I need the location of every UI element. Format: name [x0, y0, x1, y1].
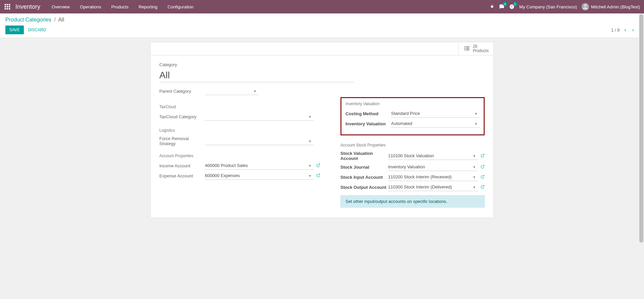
pager-next-icon[interactable]: ›	[631, 26, 635, 34]
list-icon	[464, 45, 470, 53]
form-sheet: 28 Products Category Parent Category ▼ T…	[150, 42, 494, 218]
svg-line-15	[318, 164, 320, 166]
stock-output-select[interactable]	[388, 183, 478, 191]
svg-line-17	[482, 154, 484, 156]
stock-input-select[interactable]	[388, 173, 478, 181]
income-account-label: Income Account	[159, 163, 205, 168]
svg-rect-5	[9, 6, 10, 7]
pager-text[interactable]: 1 / 9	[611, 28, 620, 33]
info-box: Set other input/output accounts on speci…	[340, 195, 485, 208]
debug-icon[interactable]	[490, 4, 494, 9]
svg-rect-13	[466, 48, 469, 49]
save-button[interactable]: SAVE	[5, 26, 24, 34]
income-account-select[interactable]	[205, 162, 314, 170]
menu-operations[interactable]: Operations	[75, 2, 106, 12]
navbar-right: 4 1 My Company (San Francisco) Mitchell …	[490, 3, 640, 10]
stat-count: 28	[473, 44, 477, 49]
parent-category-label: Parent Category	[159, 89, 205, 94]
svg-line-19	[482, 175, 484, 177]
action-row: SAVE DISCARD 1 / 9 ‹ ›	[5, 26, 639, 38]
expense-account-select[interactable]	[205, 172, 314, 180]
parent-category-select[interactable]	[205, 87, 259, 95]
activity-badge: 1	[513, 2, 517, 6]
account-stock-title: Account Stock Properties	[340, 143, 485, 147]
external-link-icon[interactable]	[316, 163, 320, 168]
svg-rect-1	[7, 4, 8, 5]
menu-configuration[interactable]: Configuration	[163, 2, 198, 12]
svg-rect-6	[5, 8, 6, 9]
income-account-row: Income Account ▼	[159, 162, 320, 170]
external-link-icon[interactable]	[481, 154, 485, 159]
user-name: Mitchell Admin (BlogTest)	[591, 4, 640, 9]
breadcrumb-root[interactable]: Product Categories	[5, 17, 51, 23]
external-link-icon[interactable]	[481, 175, 485, 180]
messages-icon[interactable]: 4	[499, 4, 504, 9]
menu-overview[interactable]: Overview	[47, 2, 74, 12]
svg-rect-11	[464, 49, 465, 50]
taxcloud-category-select[interactable]	[205, 113, 314, 121]
control-panel: Product Categories / All SAVE DISCARD 1 …	[0, 13, 644, 38]
stock-journal-select[interactable]	[388, 163, 478, 171]
stock-output-label: Stock Output Account	[340, 185, 388, 190]
costing-method-row: Costing Method ▼	[345, 110, 480, 118]
svg-rect-7	[7, 8, 8, 9]
taxcloud-section-title: TaxCloud	[159, 104, 320, 109]
svg-rect-10	[464, 48, 465, 49]
external-link-icon[interactable]	[481, 165, 485, 170]
external-link-icon[interactable]	[481, 185, 485, 190]
svg-line-20	[482, 185, 484, 187]
top-navbar: Inventory Overview Operations Products R…	[0, 0, 644, 13]
logistics-section-title: Logistics	[159, 128, 320, 133]
svg-line-16	[318, 174, 320, 176]
svg-rect-12	[466, 46, 469, 47]
taxcloud-category-label: TaxCloud Category	[159, 114, 205, 119]
force-removal-label: Force Removal Strategy	[159, 136, 205, 146]
scrollbar[interactable]	[639, 13, 644, 299]
avatar-icon	[582, 3, 589, 10]
expense-account-row: Expense Account ▼	[159, 172, 320, 180]
apps-icon[interactable]	[4, 3, 11, 10]
products-stat-button[interactable]: 28 Products	[459, 42, 493, 55]
category-label: Category	[159, 62, 485, 67]
svg-rect-0	[5, 4, 6, 5]
breadcrumb: Product Categories / All	[5, 17, 639, 23]
expense-account-label: Expense Account	[159, 173, 205, 178]
discard-button[interactable]: DISCARD	[24, 26, 50, 34]
company-switcher[interactable]: My Company (San Francisco)	[519, 4, 577, 9]
app-name[interactable]: Inventory	[15, 3, 40, 10]
main-menu: Overview Operations Products Reporting C…	[47, 2, 198, 12]
account-props-title: Account Properties	[159, 154, 320, 158]
inventory-valuation-label: Inventory Valuation	[345, 121, 391, 126]
messages-badge: 4	[503, 2, 507, 6]
svg-rect-9	[464, 46, 465, 47]
stat-bar: 28 Products	[151, 42, 493, 55]
stock-input-row: Stock Input Account ▼	[340, 173, 485, 181]
stock-valuation-select[interactable]	[388, 152, 478, 160]
svg-line-18	[482, 165, 484, 167]
force-removal-row: Force Removal Strategy ▼	[159, 136, 320, 146]
stock-input-label: Stock Input Account	[340, 175, 388, 180]
svg-rect-4	[7, 6, 8, 7]
activity-icon[interactable]: 1	[509, 4, 515, 9]
user-menu[interactable]: Mitchell Admin (BlogTest)	[582, 3, 640, 10]
svg-rect-3	[5, 6, 6, 7]
svg-rect-8	[9, 8, 10, 9]
menu-products[interactable]: Products	[107, 2, 133, 12]
external-link-icon[interactable]	[316, 173, 320, 178]
inventory-valuation-highlight: Inventory Valuation Costing Method ▼ Inv…	[340, 97, 485, 135]
pager-prev-icon[interactable]: ‹	[623, 26, 627, 34]
pager: 1 / 9 ‹ ›	[611, 26, 639, 34]
form-body: Category Parent Category ▼ TaxCloud TaxC…	[151, 55, 493, 218]
svg-rect-14	[466, 49, 469, 50]
costing-method-select[interactable]	[391, 110, 480, 118]
stat-text: 28 Products	[473, 44, 489, 53]
inventory-valuation-select[interactable]	[391, 120, 480, 128]
category-input[interactable]	[159, 69, 354, 82]
inventory-valuation-row: Inventory Valuation ▼	[345, 120, 480, 128]
menu-reporting[interactable]: Reporting	[134, 2, 162, 12]
workspace: 28 Products Category Parent Category ▼ T…	[0, 38, 644, 218]
stock-valuation-row: Stock Valuation Account ▼	[340, 151, 485, 161]
force-removal-select[interactable]	[205, 137, 314, 145]
stock-journal-label: Stock Journal	[340, 165, 388, 170]
stock-valuation-label: Stock Valuation Account	[340, 151, 388, 161]
